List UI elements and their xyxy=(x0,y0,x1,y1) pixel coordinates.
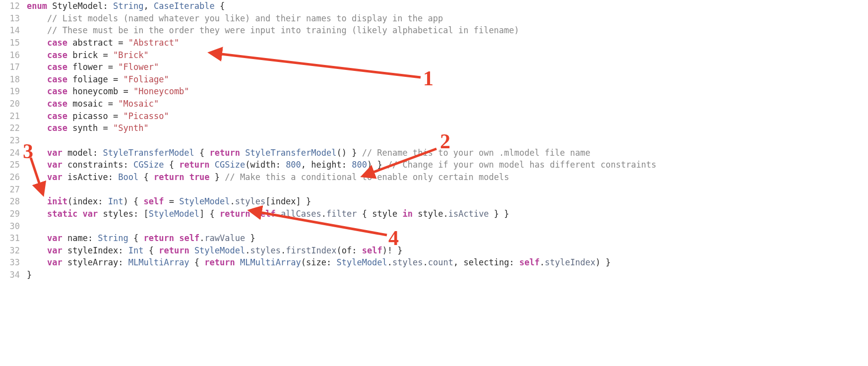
code-line: 17 case flower = "Flower" xyxy=(0,61,868,73)
code-line: 14 // These must be in the order they we… xyxy=(0,24,868,37)
line-number: 30 xyxy=(0,220,27,233)
code-line: 25 var constraints: CGSize { return CGSi… xyxy=(0,159,868,171)
line-number: 27 xyxy=(0,183,27,196)
code-content: case foliage = "Foliage" xyxy=(27,73,169,86)
code-content: case abstract = "Abstract" xyxy=(27,37,179,49)
code-line: 21 case picasso = "Picasso" xyxy=(0,110,868,122)
annotation-2: 2 xyxy=(440,126,450,157)
code-content: enum StyleModel: String, CaseIterable { xyxy=(27,0,225,12)
code-content: case synth = "Synth" xyxy=(27,122,149,134)
code-line: 28 init(index: Int) { self = StyleModel.… xyxy=(0,195,868,208)
line-number: 28 xyxy=(0,195,27,208)
line-number: 15 xyxy=(0,37,27,49)
code-content: var model: StyleTransferModel { return S… xyxy=(27,147,590,159)
code-line: 18 case foliage = "Foliage" xyxy=(0,73,868,86)
line-number: 18 xyxy=(0,73,27,86)
line-number: 19 xyxy=(0,85,27,98)
code-line: 15 case abstract = "Abstract" xyxy=(0,37,868,49)
line-number: 31 xyxy=(0,232,27,244)
line-number: 22 xyxy=(0,122,27,134)
code-line: 32 var styleIndex: Int { return StyleMod… xyxy=(0,244,868,257)
annotation-3: 3 xyxy=(23,136,33,167)
code-line: 19 case honeycomb = "Honeycomb" xyxy=(0,85,868,98)
line-number: 20 xyxy=(0,98,27,110)
code-line: 20 case mosaic = "Mosaic" xyxy=(0,98,868,110)
line-number: 14 xyxy=(0,24,27,37)
annotation-1: 1 xyxy=(423,63,434,94)
line-number: 16 xyxy=(0,49,27,61)
code-line: 33 var styleArray: MLMultiArray { return… xyxy=(0,256,868,269)
line-number: 26 xyxy=(0,171,27,183)
code-content: var name: String { return self.rawValue … xyxy=(27,232,255,244)
code-content: case picasso = "Picasso" xyxy=(27,110,169,122)
code-line: 30 xyxy=(0,220,868,233)
code-content: case brick = "Brick" xyxy=(27,49,149,61)
code-content: } xyxy=(27,269,32,281)
code-content: static var styles: [StyleModel] { return… xyxy=(27,208,509,220)
code-block: 12enum StyleModel: String, CaseIterable … xyxy=(0,0,868,281)
code-line: 24 var model: StyleTransferModel { retur… xyxy=(0,147,868,159)
code-line: 12enum StyleModel: String, CaseIterable … xyxy=(0,0,868,12)
line-number: 13 xyxy=(0,12,27,25)
code-content: case mosaic = "Mosaic" xyxy=(27,98,159,110)
code-line: 16 case brick = "Brick" xyxy=(0,49,868,61)
line-number: 12 xyxy=(0,0,27,12)
code-line: 23 xyxy=(0,134,868,147)
code-content: case flower = "Flower" xyxy=(27,61,159,73)
code-line: 26 var isActive: Bool { return true } //… xyxy=(0,171,868,183)
code-line: 22 case synth = "Synth" xyxy=(0,122,868,134)
line-number: 29 xyxy=(0,208,27,220)
code-content: // List models (named whatever you like)… xyxy=(27,12,443,25)
code-line: 27 xyxy=(0,183,868,196)
code-content: init(index: Int) { self = StyleModel.sty… xyxy=(27,195,311,208)
code-content: case honeycomb = "Honeycomb" xyxy=(27,85,189,98)
code-content: var styleArray: MLMultiArray { return ML… xyxy=(27,256,611,269)
code-content: var styleIndex: Int { return StyleModel.… xyxy=(27,244,403,257)
line-number: 33 xyxy=(0,256,27,269)
annotation-4: 4 xyxy=(388,223,399,253)
line-number: 21 xyxy=(0,110,27,122)
code-content: var isActive: Bool { return true } // Ma… xyxy=(27,171,509,183)
code-line: 31 var name: String { return self.rawVal… xyxy=(0,232,868,244)
code-content: // These must be in the order they were … xyxy=(27,24,519,37)
line-number: 34 xyxy=(0,269,27,281)
code-line: 13 // List models (named whatever you li… xyxy=(0,12,868,25)
code-line: 29 static var styles: [StyleModel] { ret… xyxy=(0,208,868,220)
line-number: 32 xyxy=(0,244,27,257)
code-line: 34} xyxy=(0,269,868,281)
code-content: var constraints: CGSize { return CGSize(… xyxy=(27,159,656,171)
line-number: 17 xyxy=(0,61,27,73)
